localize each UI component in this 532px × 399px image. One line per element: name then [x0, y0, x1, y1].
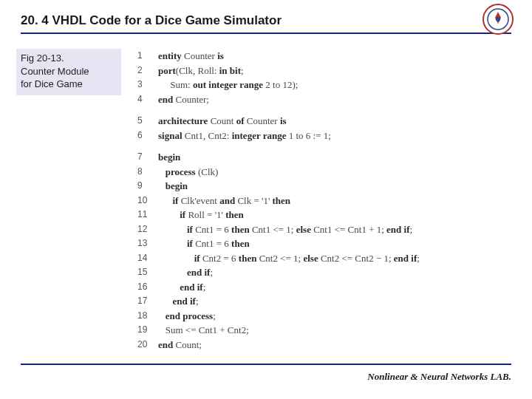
code-line: 11 if Roll = '1' then — [137, 208, 511, 222]
code-text: Sum: out integer range 2 to 12); — [158, 78, 298, 92]
code-line: 5architecture Count of Counter is — [137, 114, 511, 129]
code-text: end Count; — [158, 338, 202, 352]
code-line: 9 begin — [137, 179, 511, 194]
line-number: 19 — [137, 323, 158, 338]
code-line: 1entity Counter is — [137, 49, 511, 64]
line-number: 3 — [137, 78, 158, 92]
footer-divider — [21, 364, 511, 365]
code-text: end if; — [158, 294, 199, 309]
university-logo-icon — [482, 3, 514, 35]
line-number: 15 — [137, 265, 158, 280]
code-line: 2port(Clk, Roll: in bit; — [137, 64, 511, 78]
code-line: 10 if Clk'event and Clk = '1' then — [137, 194, 511, 208]
line-number: 5 — [137, 114, 158, 129]
svg-point-2 — [496, 17, 500, 21]
code-text: process (Clk) — [158, 165, 218, 180]
figure-caption: Fig 20-13. Counter Module for Dice Game — [16, 49, 121, 95]
code-text: Sum <= Cnt1 + Cnt2; — [158, 323, 249, 338]
line-number: 4 — [137, 92, 158, 107]
code-line: 20end Count; — [137, 338, 511, 352]
code-text: end Counter; — [158, 92, 209, 107]
section-title: 20. 4 VHDL Code for a Dice Game Simulato… — [21, 13, 511, 28]
line-number: 10 — [137, 194, 158, 208]
line-number: 7 — [137, 150, 158, 165]
code-line: 17 end if; — [137, 294, 511, 309]
line-number: 1 — [137, 49, 158, 64]
code-line: 7begin — [137, 150, 511, 165]
code-text: end if; — [158, 280, 205, 295]
line-number: 9 — [137, 179, 158, 194]
code-text: if Cnt1 = 6 then — [158, 236, 250, 251]
code-line: 13 if Cnt1 = 6 then — [137, 236, 511, 251]
line-number: 11 — [137, 208, 158, 222]
caption-line: Fig 20-13. — [21, 52, 117, 65]
code-text: end if; — [158, 265, 213, 280]
code-line: 18 end process; — [137, 309, 511, 324]
code-line: 8 process (Clk) — [137, 165, 511, 180]
code-text: if Clk'event and Clk = '1' then — [158, 194, 290, 208]
code-text: if Cnt1 = 6 then Cnt1 <= 1; else Cnt1 <=… — [158, 222, 412, 237]
vhdl-code-listing: 1entity Counter is2port(Clk, Roll: in bi… — [137, 49, 511, 352]
line-number: 18 — [137, 309, 158, 324]
code-line: 4end Counter; — [137, 92, 511, 107]
code-text: port(Clk, Roll: in bit; — [158, 64, 244, 78]
caption-line: for Dice Game — [21, 78, 117, 91]
line-number: 20 — [137, 338, 158, 352]
code-line: 16 end if; — [137, 280, 511, 295]
code-line: 12 if Cnt1 = 6 then Cnt1 <= 1; else Cnt1… — [137, 222, 511, 237]
code-text: architecture Count of Counter is — [158, 114, 287, 129]
code-line: 15 end if; — [137, 265, 511, 280]
code-text: begin — [158, 150, 180, 165]
footer-lab-name: Nonlinear & Neural Networks LAB. — [367, 371, 511, 383]
line-number: 2 — [137, 64, 158, 78]
line-number: 17 — [137, 294, 158, 309]
code-line: 19 Sum <= Cnt1 + Cnt2; — [137, 323, 511, 338]
line-number: 16 — [137, 280, 158, 295]
code-text: begin — [158, 179, 188, 194]
code-text: entity Counter is — [158, 49, 224, 64]
code-text: signal Cnt1, Cnt2: integer range 1 to 6 … — [158, 129, 331, 143]
line-number: 13 — [137, 236, 158, 251]
line-number: 8 — [137, 165, 158, 180]
line-number: 6 — [137, 129, 158, 143]
code-text: end process; — [158, 309, 216, 324]
code-text: if Cnt2 = 6 then Cnt2 <= 1; else Cnt2 <=… — [158, 251, 420, 266]
line-number: 14 — [137, 251, 158, 266]
line-number: 12 — [137, 222, 158, 237]
code-text: if Roll = '1' then — [158, 208, 244, 222]
code-line: 14 if Cnt2 = 6 then Cnt2 <= 1; else Cnt2… — [137, 251, 511, 266]
title-divider — [21, 33, 511, 34]
code-line: 6signal Cnt1, Cnt2: integer range 1 to 6… — [137, 129, 511, 143]
caption-line: Counter Module — [21, 65, 117, 78]
code-line: 3 Sum: out integer range 2 to 12); — [137, 78, 511, 92]
